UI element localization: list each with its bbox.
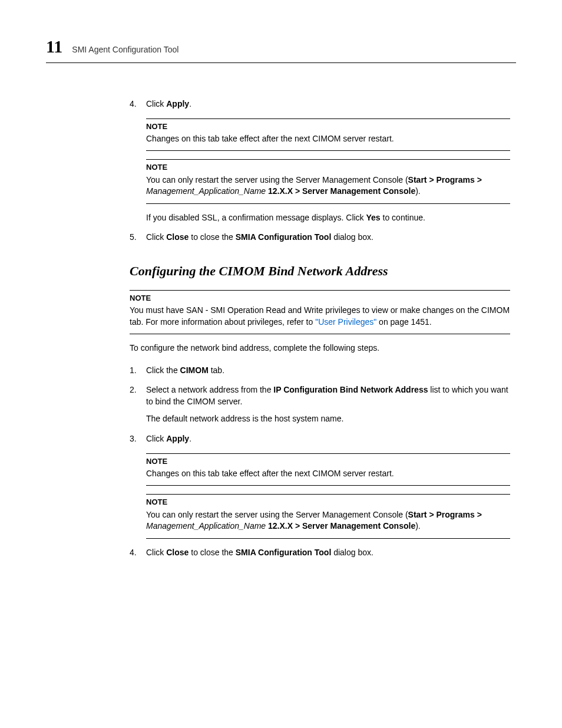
ssl-paragraph: If you disabled SSL, a confirmation mess… bbox=[146, 212, 510, 224]
text: to close the bbox=[189, 548, 235, 557]
step-number: 2. bbox=[130, 384, 146, 425]
note-box-3: NOTE Changes on this tab take effect aft… bbox=[146, 453, 510, 486]
text: on page 1451. bbox=[376, 317, 431, 327]
note-text: You can only restart the server using th… bbox=[146, 174, 510, 197]
note-label: NOTE bbox=[146, 497, 510, 508]
bold: 12.X.X > Server Management Console bbox=[266, 521, 415, 531]
note-rule-top bbox=[146, 118, 510, 119]
main-content: 4. Click Apply. NOTE Changes on this tab… bbox=[130, 98, 510, 558]
text: ). bbox=[415, 186, 421, 196]
sub-text: The default network address is the host … bbox=[146, 413, 510, 425]
note-rule-bottom bbox=[146, 150, 510, 151]
step-4: 4. Click Close to close the SMIA Configu… bbox=[130, 547, 510, 559]
text: Click the bbox=[146, 365, 180, 375]
note-label: NOTE bbox=[146, 162, 510, 173]
step-number: 1. bbox=[130, 365, 146, 377]
bold: Start > Programs > bbox=[408, 510, 482, 519]
note-rule-top bbox=[146, 494, 510, 495]
apply-bold: Apply bbox=[166, 99, 189, 108]
apply-bold: Apply bbox=[166, 434, 189, 443]
step-body: Click Close to close the SMIA Configurat… bbox=[146, 547, 510, 559]
bold: 12.X.X > Server Management Console bbox=[266, 186, 415, 196]
chapter-title: SMI Agent Configuration Tool bbox=[72, 44, 178, 56]
note-rule-bottom bbox=[146, 203, 510, 204]
step-number: 4. bbox=[130, 98, 146, 110]
text: to continue. bbox=[381, 213, 425, 222]
note-text: Changes on this tab take effect after th… bbox=[146, 468, 510, 480]
close-bold: Close bbox=[166, 548, 189, 557]
step-1: 1. Click the CIMOM tab. bbox=[130, 365, 510, 377]
text: dialog box. bbox=[331, 548, 373, 557]
step-3: 3. Click Apply. bbox=[130, 433, 510, 445]
cimom-bold: CIMOM bbox=[180, 365, 209, 375]
text: tab. bbox=[209, 365, 224, 375]
page-header: 11 SMI Agent Configuration Tool bbox=[46, 34, 516, 63]
note-rule-top bbox=[130, 290, 510, 291]
step-4-top: 4. Click Apply. bbox=[130, 98, 510, 110]
note-text: You must have SAN - SMI Operation Read a… bbox=[130, 305, 510, 328]
text: to close the bbox=[189, 232, 235, 242]
intro-text: To configure the network bind address, c… bbox=[130, 342, 510, 354]
step-body: Click Apply. bbox=[146, 433, 510, 445]
step-body: Click the CIMOM tab. bbox=[146, 365, 510, 377]
note-rule-top bbox=[146, 159, 510, 160]
text: Click bbox=[146, 548, 166, 557]
note-label: NOTE bbox=[130, 293, 510, 304]
text: . bbox=[189, 434, 191, 443]
step-body: Select a network address from the IP Con… bbox=[146, 384, 510, 425]
text: Click bbox=[146, 232, 166, 242]
step-body: Click Close to close the SMIA Configurat… bbox=[146, 232, 510, 243]
text: Click bbox=[146, 434, 166, 443]
note-rule-top bbox=[146, 453, 510, 454]
step-number: 3. bbox=[130, 433, 146, 445]
note-box-section: NOTE You must have SAN - SMI Operation R… bbox=[130, 290, 510, 334]
step-number: 5. bbox=[130, 232, 146, 243]
note-box-4: NOTE You can only restart the server usi… bbox=[146, 494, 510, 538]
text: ). bbox=[415, 521, 421, 531]
text: If you disabled SSL, a confirmation mess… bbox=[146, 213, 366, 222]
note-rule-bottom bbox=[146, 485, 510, 486]
chapter-number: 11 bbox=[46, 34, 62, 59]
close-bold: Close bbox=[166, 232, 189, 242]
user-privileges-link[interactable]: "User Privileges" bbox=[315, 317, 376, 327]
note-label: NOTE bbox=[146, 456, 510, 467]
italic: Management_Application_Name bbox=[146, 521, 266, 531]
note-rule-bottom bbox=[146, 538, 510, 539]
text: Select a network address from the bbox=[146, 385, 273, 394]
section-title: Configuring the CIMOM Bind Network Addre… bbox=[130, 262, 510, 281]
step-body: Click Apply. bbox=[146, 98, 510, 110]
italic: Management_Application_Name bbox=[146, 186, 266, 196]
section-cimom-bind: Configuring the CIMOM Bind Network Addre… bbox=[130, 262, 510, 558]
step-number: 4. bbox=[130, 547, 146, 559]
ip-config-bold: IP Configuration Bind Network Address bbox=[273, 385, 428, 394]
tool-bold: SMIA Configuration Tool bbox=[236, 548, 332, 557]
text: . bbox=[189, 99, 191, 108]
text: dialog box. bbox=[331, 232, 373, 242]
note-rule-bottom bbox=[130, 334, 510, 334]
note-label: NOTE bbox=[146, 121, 510, 132]
note-text: You can only restart the server using th… bbox=[146, 509, 510, 532]
bold: Start > Programs > bbox=[408, 175, 482, 185]
step-2: 2. Select a network address from the IP … bbox=[130, 384, 510, 425]
step-5-top: 5. Click Close to close the SMIA Configu… bbox=[130, 232, 510, 243]
text: You can only restart the server using th… bbox=[146, 510, 408, 519]
note-box-2: NOTE You can only restart the server usi… bbox=[146, 159, 510, 203]
note-text: Changes on this tab take effect after th… bbox=[146, 133, 510, 145]
note-box-1: NOTE Changes on this tab take effect aft… bbox=[146, 118, 510, 151]
text: You can only restart the server using th… bbox=[146, 175, 408, 185]
tool-bold: SMIA Configuration Tool bbox=[236, 232, 332, 242]
yes-bold: Yes bbox=[366, 213, 381, 222]
text: Click bbox=[146, 99, 166, 108]
